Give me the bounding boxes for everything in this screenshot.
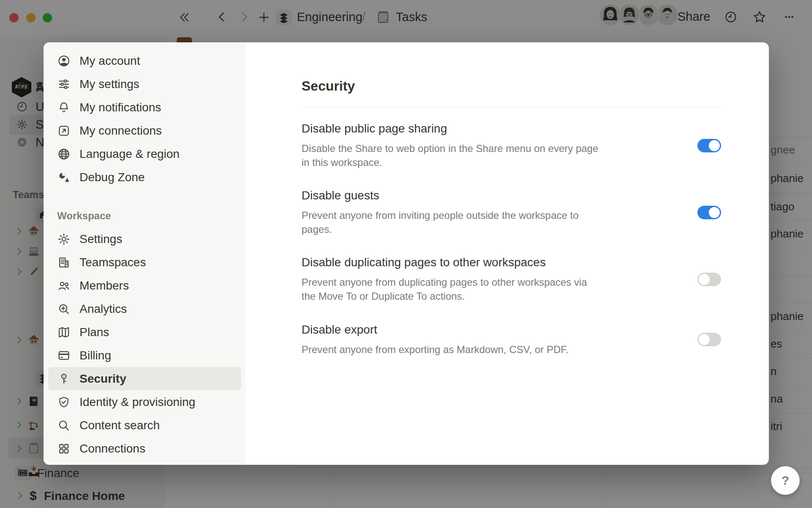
toggle-on[interactable] (697, 139, 721, 152)
setting-row: Disable guestsPrevent anyone from inviti… (302, 185, 721, 240)
settings-tab-analytics[interactable]: Analytics (48, 297, 241, 320)
settings-tab-label: My connections (80, 124, 162, 138)
person-circle-icon (57, 54, 71, 68)
setting-description: Prevent anyone from duplicating pages to… (302, 275, 587, 303)
settings-tab-connections[interactable]: Connections (48, 437, 241, 460)
app-window: Engineering / Tasks Share ACME A SUSN Te… (0, 0, 812, 508)
settings-tab-my-account[interactable]: My account (48, 49, 241, 72)
key-icon (57, 372, 71, 386)
toggle-knob (699, 274, 710, 285)
settings-tab-my-notifications[interactable]: My notifications (48, 96, 241, 119)
toggle-knob (709, 207, 720, 218)
toggle-on[interactable] (697, 206, 721, 219)
settings-tab-label: Analytics (80, 302, 127, 316)
toggle-knob (709, 140, 720, 151)
settings-tab-label: Security (80, 372, 126, 386)
toggle-off[interactable] (697, 273, 721, 286)
setting-title: Disable guests (302, 189, 579, 202)
setting-row: Disable public page sharingDisable the S… (302, 119, 721, 173)
settings-tab-label: Settings (80, 232, 122, 246)
building-icon (57, 256, 71, 269)
people-icon (57, 279, 71, 293)
settings-tab-debug-zone[interactable]: Debug Zone (48, 166, 241, 189)
settings-tab-label: My notifications (80, 101, 161, 114)
shapes-icon (57, 171, 71, 184)
settings-tab-label: Billing (80, 349, 111, 362)
settings-tab-my-connections[interactable]: My connections (48, 119, 241, 142)
setting-title: Disable duplicating pages to other works… (302, 256, 587, 269)
setting-row: Disable exportPrevent anyone from export… (302, 319, 721, 360)
setting-title: Disable export (302, 323, 568, 337)
sliders-icon (57, 77, 71, 91)
setting-row: Disable duplicating pages to other works… (302, 252, 721, 306)
settings-tab-label: Debug Zone (80, 171, 145, 184)
globe-icon (57, 147, 71, 161)
setting-description: Prevent anyone from exporting as Markdow… (302, 342, 568, 356)
settings-tab-label: My account (80, 54, 140, 68)
settings-tab-label: Identity & provisioning (80, 395, 195, 409)
setting-description: Prevent anyone from inviting people outs… (302, 208, 579, 236)
grid-icon (57, 442, 71, 456)
settings-tab-label: Plans (80, 326, 109, 339)
settings-tab-label: Teamspaces (80, 256, 146, 269)
map-icon (57, 326, 71, 339)
gear-icon (57, 232, 71, 246)
settings-tab-language-region[interactable]: Language & region (48, 142, 241, 166)
settings-tab-members[interactable]: Members (48, 274, 241, 297)
settings-tab-plans[interactable]: Plans (48, 320, 241, 344)
settings-tab-settings[interactable]: Settings (48, 227, 241, 251)
setting-text: Disable duplicating pages to other works… (302, 256, 587, 303)
settings-tab-label: Language & region (80, 147, 180, 161)
settings-tab-label: My settings (80, 77, 140, 91)
help-button[interactable]: ? (771, 466, 800, 495)
credit-card-icon (57, 349, 71, 362)
setting-text: Disable public page sharingDisable the S… (302, 122, 598, 169)
settings-tab-my-settings[interactable]: My settings (48, 72, 241, 96)
settings-sidebar: My accountMy settingsMy notificationsMy … (44, 42, 246, 465)
setting-title: Disable public page sharing (302, 122, 598, 135)
setting-description: Disable the Share to web option in the S… (302, 141, 598, 169)
arrow-square-out-icon (57, 124, 71, 138)
settings-modal: My accountMy settingsMy notificationsMy … (44, 42, 769, 465)
setting-text: Disable exportPrevent anyone from export… (302, 323, 568, 356)
settings-tab-label: Content search (80, 419, 160, 432)
setting-text: Disable guestsPrevent anyone from inviti… (302, 189, 579, 236)
divider (302, 107, 721, 107)
settings-tab-teamspaces[interactable]: Teamspaces (48, 251, 241, 274)
toggle-off[interactable] (697, 333, 721, 346)
search-icon (57, 419, 71, 432)
settings-main-panel: Security Disable public page sharingDisa… (246, 42, 769, 465)
magnifier-plus-icon (57, 302, 71, 316)
settings-tab-label: Members (80, 279, 129, 293)
workspace-section-header: Workspace (57, 210, 246, 222)
shield-check-icon (57, 395, 71, 409)
settings-tab-identity-provisioning[interactable]: Identity & provisioning (48, 390, 241, 414)
toggle-knob (699, 334, 710, 345)
settings-tab-label: Connections (80, 442, 145, 456)
settings-tab-billing[interactable]: Billing (48, 344, 241, 367)
bell-icon (57, 101, 71, 114)
page-title: Security (302, 78, 355, 94)
settings-tab-content-search[interactable]: Content search (48, 414, 241, 437)
settings-tab-security[interactable]: Security (48, 367, 241, 390)
